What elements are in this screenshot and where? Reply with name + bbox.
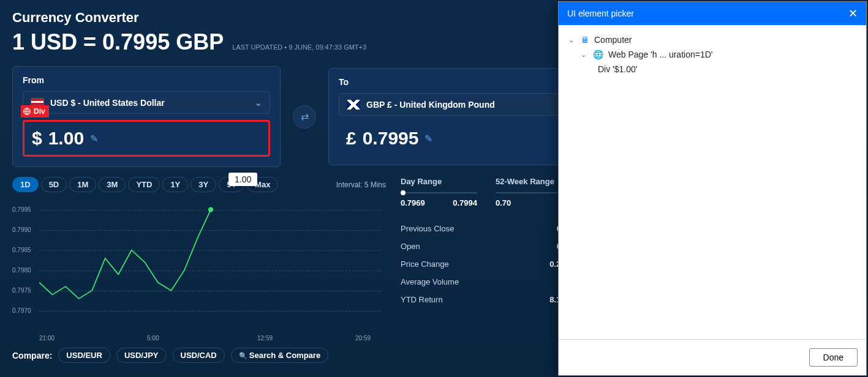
to-panel: To GBP £ - United Kingdom Pound ⌄ £ 0.79… [328,68,597,165]
price-chart[interactable]: 0.79950.79900.79850.79800.79750.7970 21:… [12,201,386,342]
x-tick: 20:59 [355,335,371,342]
from-label: From [23,75,270,85]
picker-title: UI element picker [567,9,634,18]
to-value-box[interactable]: £ 0.7995 ✎ [339,122,586,155]
stat-label: YTD Return [401,295,443,304]
close-icon[interactable]: ✕ [848,7,858,20]
range-selector: 1D5D1M3MYTD1Y3Y5YMax Interval: 5 Mins [12,177,386,192]
range-btn-1d[interactable]: 1D [12,177,39,192]
y-tick: 0.7985 [12,247,31,253]
chevron-down-icon: ⌄ [254,97,262,108]
pencil-icon[interactable]: ✎ [425,133,432,144]
search-compare-button[interactable]: Search & Compare [231,348,328,363]
last-updated: LAST UPDATED • 9 JUNE, 09:47:33 GMT+3 [232,43,366,51]
stat-label: Previous Close [401,224,454,233]
to-currency-select[interactable]: GBP £ - United Kingdom Pound ⌄ [339,93,586,116]
y-tick: 0.7975 [12,287,31,294]
tree-root[interactable]: ⌄ 🖥 Computer [568,32,856,47]
value-tooltip: 1.00 [228,173,257,186]
element-highlight-badge: Div [21,105,49,118]
day-range-bar [401,192,477,193]
compare-chip[interactable]: USD/EUR [58,348,110,363]
y-tick: 0.7970 [12,307,31,314]
tree-leaf[interactable]: Div '$1.00' [598,62,856,77]
done-button[interactable]: Done [809,348,858,367]
y-tick: 0.7995 [12,206,31,213]
compare-label: Compare: [12,351,52,360]
range-btn-ytd[interactable]: YTD [128,177,160,192]
pencil-icon[interactable]: ✎ [90,133,98,144]
to-currency-text: GBP £ - United Kingdom Pound [366,100,564,110]
rate-display: 1 USD = 0.7995 GBP [12,29,224,55]
range-btn-5d[interactable]: 5D [41,177,67,192]
to-value: 0.7995 [363,128,419,149]
compare-chip[interactable]: USD/CAD [173,348,225,363]
to-symbol: £ [346,128,357,149]
from-symbol: $ [32,128,42,149]
y-tick: 0.7990 [12,226,31,233]
swap-button[interactable]: ⇄ [293,105,316,129]
interval-label: Interval: 5 Mins [336,181,386,189]
x-tick: 21:00 [39,335,55,342]
x-tick: 12:59 [257,335,273,342]
day-range-hi: 0.7994 [453,198,477,207]
computer-icon: 🖥 [581,35,589,45]
day-range-label: Day Range [401,177,477,186]
range-btn-3m[interactable]: 3M [99,177,126,192]
ui-element-picker-panel: UI element picker ✕ ⌄ 🖥 Computer ⌄ 🌐 Web… [558,1,867,376]
from-value: 1.00 [48,128,84,149]
from-value-box[interactable]: $ 1.00 ✎ [23,120,270,157]
stat-label: Price Change [401,259,449,269]
from-currency-select[interactable]: USD $ - United States Dollar ⌄ [23,91,270,114]
compare-chip[interactable]: USD/JPY [116,348,167,363]
chevron-down-icon[interactable]: ⌄ [568,36,576,44]
y-tick: 0.7980 [12,267,31,274]
tree-page[interactable]: ⌄ 🌐 Web Page 'h ... uration=1D' [581,47,856,62]
x-tick: 5:00 [147,335,159,342]
range-btn-1m[interactable]: 1M [69,177,96,192]
from-currency-text: USD $ - United States Dollar [50,98,248,108]
day-range-lo: 0.7969 [401,198,425,207]
week52-lo: 0.70 [496,198,511,207]
stat-label: Average Volume [401,277,459,286]
globe-icon: 🌐 [593,50,603,59]
chevron-down-icon[interactable]: ⌄ [581,51,588,59]
range-btn-1y[interactable]: 1Y [162,177,188,192]
uk-flag-icon [347,100,360,110]
stat-label: Open [401,242,420,251]
range-btn-3y[interactable]: 3Y [191,177,216,192]
from-panel: From USD $ - United States Dollar ⌄ $ 1.… [12,66,281,167]
svg-point-0 [208,207,213,212]
to-label: To [339,77,586,87]
